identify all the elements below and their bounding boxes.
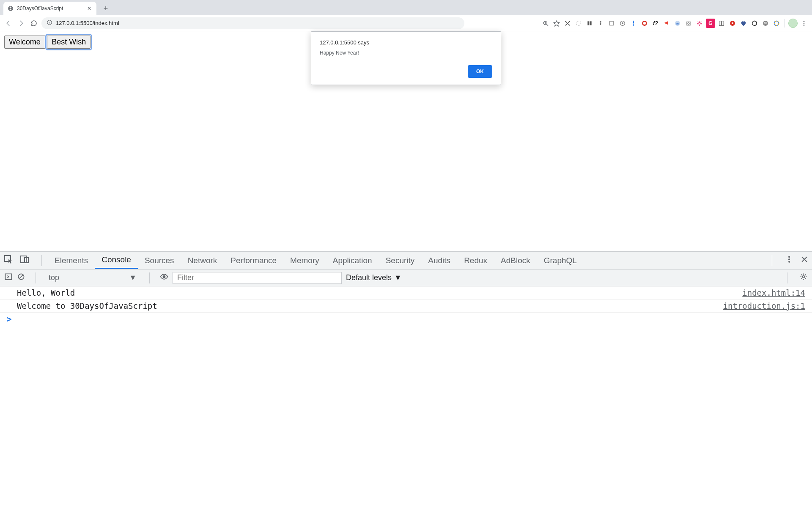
divider <box>41 255 42 266</box>
extension-icon[interactable] <box>596 19 605 28</box>
devtools-tab-security[interactable]: Security <box>379 252 422 269</box>
extension-icon[interactable] <box>728 19 737 28</box>
log-level-label: Default levels <box>346 273 392 282</box>
svg-point-36 <box>804 22 805 24</box>
extension-icon[interactable] <box>640 19 649 28</box>
extension-icon[interactable]: W <box>761 19 770 28</box>
devtools-tab-graphql[interactable]: GraphQL <box>537 252 584 269</box>
execution-context-label: top <box>49 273 59 282</box>
welcome-button[interactable]: Welcome <box>4 36 45 49</box>
browser-tabstrip: 30DaysOfJavaScript ✕ + <box>0 0 812 15</box>
svg-rect-12 <box>587 21 589 25</box>
devtools-menu-icon[interactable] <box>785 255 793 266</box>
svg-point-24 <box>688 22 689 24</box>
svg-point-37 <box>804 25 805 26</box>
svg-line-7 <box>547 24 548 25</box>
devtools-tab-elements[interactable]: Elements <box>48 252 95 269</box>
svg-rect-23 <box>686 22 691 25</box>
svg-rect-39 <box>21 256 26 263</box>
reload-button[interactable] <box>29 18 39 28</box>
devtools-panel: ElementsConsoleSourcesNetworkPerformance… <box>0 251 812 506</box>
new-tab-button[interactable]: + <box>100 3 112 14</box>
svg-rect-13 <box>590 21 592 25</box>
devtools-tab-audits[interactable]: Audits <box>421 252 457 269</box>
extension-icon[interactable] <box>574 19 583 28</box>
svg-point-18 <box>622 22 623 24</box>
svg-point-49 <box>163 276 165 278</box>
execution-context-select[interactable]: top ▼ <box>46 272 139 284</box>
device-toolbar-icon[interactable] <box>19 254 30 267</box>
extension-icon[interactable]: G <box>706 19 715 28</box>
console-output[interactable]: Hello, Worldindex.html:14Welcome to 30Da… <box>0 286 812 506</box>
close-tab-icon[interactable]: ✕ <box>86 6 92 11</box>
zoom-icon[interactable] <box>541 19 550 28</box>
devtools-tab-performance[interactable]: Performance <box>224 252 283 269</box>
svg-point-42 <box>788 258 790 260</box>
devtools-tab-sources[interactable]: Sources <box>138 252 181 269</box>
svg-point-21 <box>643 22 646 25</box>
devtools-tab-adblock[interactable]: AdBlock <box>494 252 537 269</box>
console-filter-input[interactable] <box>173 272 342 284</box>
extension-icon[interactable] <box>717 19 726 28</box>
extension-icon[interactable] <box>739 19 748 28</box>
browser-toolbar: 127.0.0.1:5500/index.html f? G W <box>0 15 812 31</box>
devtools-close-icon[interactable] <box>800 255 809 266</box>
console-log-message: Welcome to 30DaysOfJavaScript <box>17 301 157 311</box>
extension-icon[interactable] <box>772 19 781 28</box>
extension-icon[interactable] <box>607 19 616 28</box>
extension-icon[interactable] <box>684 19 693 28</box>
svg-point-14 <box>600 21 601 22</box>
globe-icon <box>8 6 14 11</box>
back-button[interactable] <box>3 18 14 28</box>
address-bar[interactable]: 127.0.0.1:5500/index.html <box>41 17 464 29</box>
extension-icon[interactable] <box>585 19 594 28</box>
extension-icon[interactable] <box>673 19 682 28</box>
console-sidebar-toggle-icon[interactable] <box>4 272 13 283</box>
browser-tab[interactable]: 30DaysOfJavaScript ✕ <box>3 2 96 15</box>
site-info-icon[interactable] <box>47 19 52 27</box>
console-log-row: Hello, Worldindex.html:14 <box>0 286 812 300</box>
devtools-tab-redux[interactable]: Redux <box>457 252 494 269</box>
extension-icon[interactable] <box>563 19 572 28</box>
extension-icon[interactable] <box>618 19 627 28</box>
console-prompt[interactable]: > <box>0 313 812 325</box>
devtools-tab-application[interactable]: Application <box>326 252 379 269</box>
alert-ok-button[interactable]: OK <box>468 65 492 78</box>
svg-rect-27 <box>722 21 724 25</box>
bookmark-star-icon[interactable] <box>552 19 561 28</box>
extension-icon[interactable] <box>662 19 671 28</box>
console-log-source-link[interactable]: introduction.js:1 <box>723 301 805 311</box>
console-log-row: Welcome to 30DaysOfJavaScriptintroductio… <box>0 300 812 313</box>
svg-rect-26 <box>719 21 721 25</box>
extension-icon[interactable] <box>695 19 704 28</box>
console-toolbar: top ▼ Default levels ▼ <box>0 270 812 286</box>
svg-point-50 <box>803 276 805 278</box>
extension-icon[interactable] <box>629 19 638 28</box>
live-expression-icon[interactable] <box>160 272 168 283</box>
profile-avatar[interactable] <box>788 19 798 28</box>
svg-point-35 <box>804 21 805 22</box>
log-level-select[interactable]: Default levels ▼ <box>346 273 402 282</box>
browser-tab-title: 30DaysOfJavaScript <box>17 6 83 11</box>
console-settings-icon[interactable] <box>799 272 808 283</box>
clear-console-icon[interactable] <box>17 272 25 283</box>
forward-button[interactable] <box>16 18 26 28</box>
devtools-tab-memory[interactable]: Memory <box>283 252 326 269</box>
page-viewport: Welcome Best Wish 127.0.0.1:5500 says Ha… <box>0 31 812 251</box>
divider <box>149 272 150 283</box>
devtools-tab-console[interactable]: Console <box>95 252 138 269</box>
extension-icon[interactable] <box>750 19 759 28</box>
console-log-source-link[interactable]: index.html:14 <box>742 288 805 297</box>
devtools-tab-network[interactable]: Network <box>181 252 224 269</box>
svg-rect-15 <box>600 22 601 25</box>
inspect-element-icon[interactable] <box>3 254 14 267</box>
best-wish-button[interactable]: Best Wish <box>47 36 91 49</box>
extension-icon[interactable]: f? <box>651 19 660 28</box>
js-alert-dialog: 127.0.0.1:5500 says Happy New Year! OK <box>311 31 501 85</box>
toolbar-divider <box>785 19 785 28</box>
svg-line-48 <box>19 275 23 278</box>
divider <box>787 272 787 283</box>
chevron-down-icon: ▼ <box>129 273 137 282</box>
chrome-menu-icon[interactable] <box>799 19 809 28</box>
svg-point-11 <box>576 21 581 25</box>
